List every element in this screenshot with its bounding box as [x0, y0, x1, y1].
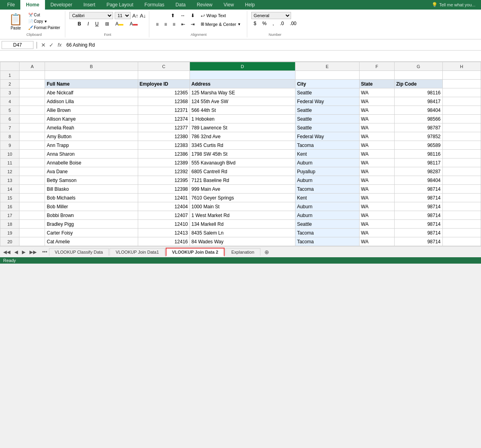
cell[interactable]	[190, 71, 295, 80]
cell[interactable]: 12395	[138, 176, 190, 185]
cell[interactable]: 124 55th Ave SW	[190, 97, 295, 106]
align-bottom-button[interactable]: ⬇	[188, 12, 197, 19]
confirm-formula-icon[interactable]: ✓	[48, 41, 55, 49]
cell[interactable]: 98287	[395, 167, 443, 176]
cell[interactable]: WA	[359, 220, 394, 229]
cell[interactable]	[20, 88, 45, 97]
cell[interactable]: Seattle	[295, 115, 359, 123]
cell[interactable]: 98116	[395, 88, 443, 97]
cell[interactable]: 98714	[395, 194, 443, 202]
cell[interactable]: Auburn	[295, 211, 359, 220]
cell[interactable]: 96589	[395, 141, 443, 150]
tab-formulas[interactable]: Formulas	[139, 0, 170, 10]
tab-developer[interactable]: Developer	[45, 0, 78, 10]
cell[interactable]: WA	[359, 141, 394, 150]
cell[interactable]: 98714	[395, 185, 443, 194]
cell[interactable]: 3345 Curtis Rd	[190, 141, 295, 150]
sheet-tab-classify[interactable]: VLOOKUP Classify Data	[49, 248, 109, 256]
cell[interactable]: Anna Sharon	[45, 150, 138, 158]
cell[interactable]: 98404	[395, 106, 443, 115]
cell[interactable]: 98714	[395, 211, 443, 220]
cell[interactable]: 555 Kavanaugh Blvd	[190, 158, 295, 167]
cell[interactable]	[45, 71, 138, 80]
cell[interactable]: 1 Hoboken	[190, 115, 295, 123]
cancel-formula-icon[interactable]: ✕	[40, 41, 47, 49]
col-header-b[interactable]: B	[45, 62, 138, 71]
cell[interactable]: WA	[359, 106, 394, 115]
col-header-h[interactable]: H	[442, 62, 481, 71]
cell[interactable]	[359, 71, 394, 80]
cell[interactable]: Auburn	[295, 176, 359, 185]
cell[interactable]	[395, 71, 443, 80]
cell[interactable]	[20, 71, 45, 80]
cell[interactable]: Kent	[295, 150, 359, 158]
increase-decimal-button[interactable]: .00	[287, 20, 299, 27]
cell[interactable]: 98404	[395, 176, 443, 185]
cell[interactable]: Tacoma	[295, 185, 359, 194]
cell[interactable]: WA	[359, 176, 394, 185]
cell[interactable]: Puyallup	[295, 167, 359, 176]
sheet-tab-explanation[interactable]: Explanation	[225, 248, 260, 256]
cell[interactable]: Addison Lilla	[45, 97, 138, 106]
cell[interactable]: WA	[359, 229, 394, 237]
cell[interactable]: Ann Trapp	[45, 141, 138, 150]
cell[interactable]: 12386	[138, 150, 190, 158]
fill-color-button[interactable]: A▬	[113, 20, 126, 27]
underline-button[interactable]: U	[93, 20, 101, 27]
cell[interactable]: Betty Samson	[45, 176, 138, 185]
cell[interactable]: 12398	[138, 185, 190, 194]
cell[interactable]: 97852	[395, 132, 443, 141]
cell[interactable]: Full Name	[45, 80, 138, 88]
merge-center-button[interactable]: ⊞ Merge & Center ▼	[198, 20, 244, 28]
cell[interactable]	[442, 115, 481, 123]
col-header-c[interactable]: C	[138, 62, 190, 71]
decrease-decimal-button[interactable]: .0	[278, 20, 286, 27]
tab-data[interactable]: Data	[170, 0, 191, 10]
cell[interactable]: WA	[359, 115, 394, 123]
cell[interactable]: WA	[359, 123, 394, 132]
sheet-area[interactable]: A B C D E F G H 1 2Full NameEmployee IDA…	[0, 62, 481, 246]
cell[interactable]	[20, 167, 45, 176]
tab-nav-ellipsis[interactable]: •••	[41, 248, 49, 256]
cell[interactable]: WA	[359, 185, 394, 194]
align-middle-button[interactable]: ↔	[178, 12, 188, 19]
tab-help[interactable]: Help	[239, 0, 260, 10]
cell[interactable]: 125 Marsha Way SE	[190, 88, 295, 97]
cell[interactable]: Seattle	[295, 220, 359, 229]
cell[interactable]: 12389	[138, 158, 190, 167]
col-header-f[interactable]: F	[359, 62, 394, 71]
tab-nav-last[interactable]: ▶▶	[28, 248, 38, 256]
cell[interactable]: Ava Dane	[45, 167, 138, 176]
comma-button[interactable]: ,	[270, 20, 276, 27]
cell[interactable]	[442, 194, 481, 202]
cell[interactable]	[442, 237, 481, 246]
cell[interactable]: Kent	[295, 194, 359, 202]
cell[interactable]	[442, 176, 481, 185]
cell[interactable]: Abe Nickcalf	[45, 88, 138, 97]
cell[interactable]: Seattle	[295, 123, 359, 132]
cell[interactable]	[20, 150, 45, 158]
cell[interactable]	[442, 71, 481, 80]
border-button[interactable]: ⊞	[103, 20, 111, 27]
cell[interactable]: 12401	[138, 194, 190, 202]
cell[interactable]: State	[359, 80, 394, 88]
align-right-button[interactable]: ≡	[170, 21, 178, 28]
cell[interactable]	[20, 80, 45, 88]
cell[interactable]: Tacoma	[295, 229, 359, 237]
cell[interactable]: Allison Kanye	[45, 115, 138, 123]
copy-button[interactable]: 📄 Copy ▼	[27, 18, 62, 24]
cell[interactable]: 12380	[138, 132, 190, 141]
cell[interactable]: 12374	[138, 115, 190, 123]
cell[interactable]	[20, 158, 45, 167]
cell[interactable]: 789 Lawrence St	[190, 123, 295, 132]
cell[interactable]: 786 32nd Ave	[190, 132, 295, 141]
cell[interactable]	[442, 106, 481, 115]
cell[interactable]: Seattle	[295, 106, 359, 115]
font-size-select[interactable]: 11	[115, 12, 131, 19]
cell[interactable]	[20, 123, 45, 132]
cell[interactable]: 12416	[138, 237, 190, 246]
paste-button[interactable]: 📋 Paste	[6, 12, 25, 31]
cell[interactable]: 84 Wades Way	[190, 237, 295, 246]
cell[interactable]: 12371	[138, 106, 190, 115]
col-header-d[interactable]: D	[190, 62, 295, 71]
